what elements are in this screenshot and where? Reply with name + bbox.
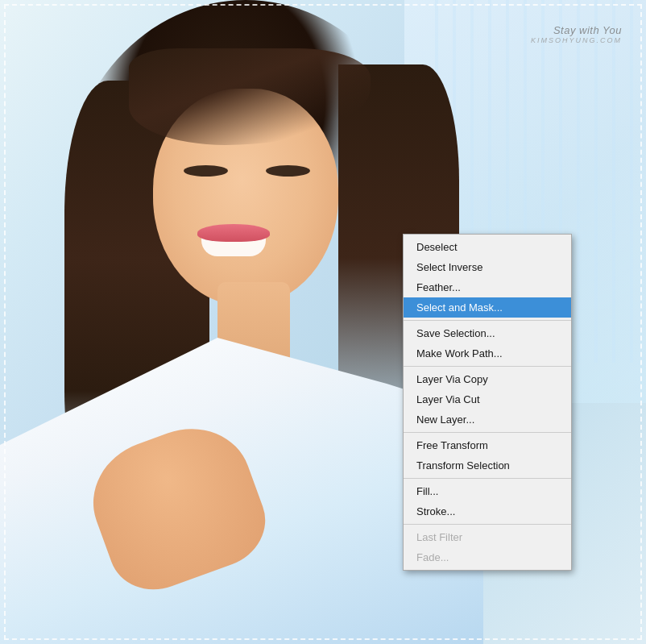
watermark-title: Stay with You <box>553 24 622 36</box>
menu-item-stroke[interactable]: Stroke... <box>404 501 571 521</box>
menu-separator-12 <box>404 524 571 525</box>
watermark: Stay with You KIMSOHYUNG.COM <box>531 24 622 44</box>
menu-item-transform-selection[interactable]: Transform Selection <box>404 455 571 476</box>
menu-item-deselect[interactable]: Deselect <box>404 237 571 257</box>
menu-separator-10 <box>404 478 571 479</box>
menu-item-layer-via-copy[interactable]: Layer Via Copy <box>404 369 571 389</box>
menu-item-select-and-mask[interactable]: Select and Mask... <box>404 297 571 318</box>
menu-separator-3 <box>404 320 571 321</box>
menu-item-layer-via-cut[interactable]: Layer Via Cut <box>404 389 571 409</box>
menu-item-feather[interactable]: Feather... <box>404 277 571 297</box>
lips <box>197 224 270 242</box>
menu-separator-5 <box>404 366 571 367</box>
menu-separator-8 <box>404 432 571 433</box>
eye-left <box>184 165 228 177</box>
menu-item-new-layer[interactable]: New Layer... <box>404 409 571 430</box>
watermark-url: KIMSOHYUNG.COM <box>531 36 622 44</box>
menu-item-free-transform[interactable]: Free Transform <box>404 435 571 455</box>
eye-right <box>266 165 310 177</box>
menu-item-fill[interactable]: Fill... <box>404 481 571 501</box>
menu-item-select-inverse[interactable]: Select Inverse <box>404 257 571 277</box>
menu-item-save-selection[interactable]: Save Selection... <box>404 323 571 343</box>
context-menu: DeselectSelect InverseFeather...Select a… <box>403 234 572 571</box>
menu-item-make-work-path[interactable]: Make Work Path... <box>404 343 571 364</box>
menu-item-fade: Fade... <box>404 547 571 567</box>
menu-item-last-filter: Last Filter <box>404 527 571 547</box>
